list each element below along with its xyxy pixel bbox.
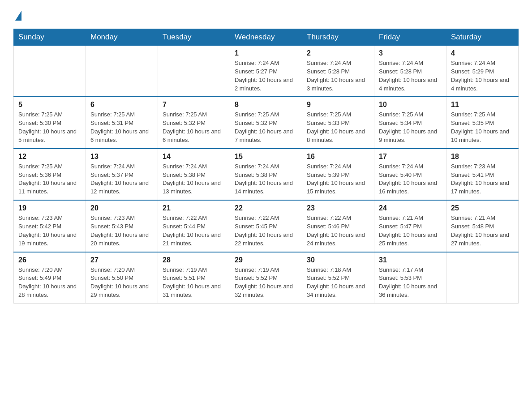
day-info: Sunrise: 7:24 AM Sunset: 5:38 PM Dayligh…	[163, 163, 225, 196]
day-number: 12	[18, 153, 81, 161]
day-info: Sunrise: 7:24 AM Sunset: 5:29 PM Dayligh…	[451, 59, 514, 93]
day-info: Sunrise: 7:22 AM Sunset: 5:44 PM Dayligh…	[163, 214, 225, 248]
calendar-cell: 28Sunrise: 7:19 AM Sunset: 5:51 PM Dayli…	[158, 252, 230, 304]
calendar-cell: 16Sunrise: 7:24 AM Sunset: 5:39 PM Dayli…	[302, 149, 374, 200]
day-number: 4	[451, 49, 514, 57]
calendar-week-row: 1Sunrise: 7:24 AM Sunset: 5:27 PM Daylig…	[14, 46, 519, 97]
day-number: 3	[379, 49, 442, 57]
calendar-cell: 7Sunrise: 7:25 AM Sunset: 5:32 PM Daylig…	[158, 97, 230, 148]
day-number: 27	[90, 256, 153, 264]
day-info: Sunrise: 7:24 AM Sunset: 5:27 PM Dayligh…	[235, 59, 297, 93]
day-info: Sunrise: 7:24 AM Sunset: 5:28 PM Dayligh…	[307, 59, 369, 93]
day-number: 30	[307, 256, 369, 264]
calendar-week-row: 26Sunrise: 7:20 AM Sunset: 5:49 PM Dayli…	[14, 252, 519, 304]
calendar-cell: 26Sunrise: 7:20 AM Sunset: 5:49 PM Dayli…	[14, 252, 86, 304]
day-number: 5	[18, 101, 81, 109]
day-info: Sunrise: 7:21 AM Sunset: 5:48 PM Dayligh…	[451, 214, 514, 248]
day-number: 13	[90, 153, 153, 161]
day-info: Sunrise: 7:24 AM Sunset: 5:28 PM Dayligh…	[379, 59, 442, 93]
day-info: Sunrise: 7:25 AM Sunset: 5:36 PM Dayligh…	[18, 163, 81, 196]
day-number: 16	[307, 153, 369, 161]
page-header	[13, 9, 519, 21]
day-info: Sunrise: 7:19 AM Sunset: 5:51 PM Dayligh…	[163, 266, 225, 300]
calendar-header-tuesday: Tuesday	[158, 29, 230, 46]
day-number: 2	[307, 49, 369, 57]
day-info: Sunrise: 7:25 AM Sunset: 5:33 PM Dayligh…	[307, 111, 369, 144]
calendar-header-wednesday: Wednesday	[230, 29, 302, 46]
calendar-cell: 4Sunrise: 7:24 AM Sunset: 5:29 PM Daylig…	[446, 46, 519, 97]
calendar-cell: 13Sunrise: 7:24 AM Sunset: 5:37 PM Dayli…	[86, 149, 158, 200]
calendar-week-row: 19Sunrise: 7:23 AM Sunset: 5:42 PM Dayli…	[14, 200, 519, 252]
day-info: Sunrise: 7:24 AM Sunset: 5:40 PM Dayligh…	[379, 163, 442, 196]
calendar-week-row: 5Sunrise: 7:25 AM Sunset: 5:30 PM Daylig…	[14, 97, 519, 148]
day-info: Sunrise: 7:22 AM Sunset: 5:45 PM Dayligh…	[235, 214, 297, 248]
day-info: Sunrise: 7:20 AM Sunset: 5:49 PM Dayligh…	[18, 266, 81, 300]
calendar-cell: 22Sunrise: 7:22 AM Sunset: 5:45 PM Dayli…	[230, 200, 302, 252]
calendar-cell	[14, 46, 86, 97]
calendar-header-saturday: Saturday	[446, 29, 519, 46]
calendar-table: SundayMondayTuesdayWednesdayThursdayFrid…	[13, 29, 519, 304]
day-number: 29	[235, 256, 297, 264]
calendar-cell: 10Sunrise: 7:25 AM Sunset: 5:34 PM Dayli…	[374, 97, 446, 148]
day-info: Sunrise: 7:23 AM Sunset: 5:41 PM Dayligh…	[451, 163, 514, 196]
day-number: 31	[379, 256, 442, 264]
calendar-week-row: 12Sunrise: 7:25 AM Sunset: 5:36 PM Dayli…	[14, 149, 519, 200]
day-number: 18	[451, 153, 514, 161]
day-number: 25	[451, 204, 514, 212]
day-number: 10	[379, 101, 442, 109]
calendar-cell: 8Sunrise: 7:25 AM Sunset: 5:32 PM Daylig…	[230, 97, 302, 148]
day-info: Sunrise: 7:25 AM Sunset: 5:35 PM Dayligh…	[451, 111, 514, 144]
calendar-cell	[158, 46, 230, 97]
calendar-cell: 29Sunrise: 7:19 AM Sunset: 5:52 PM Dayli…	[230, 252, 302, 304]
day-number: 28	[163, 256, 225, 264]
calendar-cell: 25Sunrise: 7:21 AM Sunset: 5:48 PM Dayli…	[446, 200, 519, 252]
calendar-cell: 11Sunrise: 7:25 AM Sunset: 5:35 PM Dayli…	[446, 97, 519, 148]
day-info: Sunrise: 7:18 AM Sunset: 5:52 PM Dayligh…	[307, 266, 369, 300]
calendar-cell: 2Sunrise: 7:24 AM Sunset: 5:28 PM Daylig…	[302, 46, 374, 97]
day-number: 19	[18, 204, 81, 212]
calendar-cell: 17Sunrise: 7:24 AM Sunset: 5:40 PM Dayli…	[374, 149, 446, 200]
calendar-cell: 27Sunrise: 7:20 AM Sunset: 5:50 PM Dayli…	[86, 252, 158, 304]
calendar-header-thursday: Thursday	[302, 29, 374, 46]
day-info: Sunrise: 7:25 AM Sunset: 5:32 PM Dayligh…	[163, 111, 225, 144]
day-info: Sunrise: 7:17 AM Sunset: 5:53 PM Dayligh…	[379, 266, 442, 300]
day-info: Sunrise: 7:25 AM Sunset: 5:30 PM Dayligh…	[18, 111, 81, 144]
day-info: Sunrise: 7:24 AM Sunset: 5:39 PM Dayligh…	[307, 163, 369, 196]
calendar-cell: 18Sunrise: 7:23 AM Sunset: 5:41 PM Dayli…	[446, 149, 519, 200]
calendar-cell: 12Sunrise: 7:25 AM Sunset: 5:36 PM Dayli…	[14, 149, 86, 200]
day-number: 7	[163, 101, 225, 109]
day-info: Sunrise: 7:25 AM Sunset: 5:34 PM Dayligh…	[379, 111, 442, 144]
calendar-cell: 31Sunrise: 7:17 AM Sunset: 5:53 PM Dayli…	[374, 252, 446, 304]
day-number: 22	[235, 204, 297, 212]
logo	[13, 9, 21, 21]
day-info: Sunrise: 7:19 AM Sunset: 5:52 PM Dayligh…	[235, 266, 297, 300]
day-number: 6	[90, 101, 153, 109]
day-number: 11	[451, 101, 514, 109]
day-info: Sunrise: 7:25 AM Sunset: 5:32 PM Dayligh…	[235, 111, 297, 144]
calendar-cell: 23Sunrise: 7:22 AM Sunset: 5:46 PM Dayli…	[302, 200, 374, 252]
day-number: 1	[235, 49, 297, 57]
calendar-cell: 20Sunrise: 7:23 AM Sunset: 5:43 PM Dayli…	[86, 200, 158, 252]
day-info: Sunrise: 7:24 AM Sunset: 5:38 PM Dayligh…	[235, 163, 297, 196]
calendar-cell: 3Sunrise: 7:24 AM Sunset: 5:28 PM Daylig…	[374, 46, 446, 97]
calendar-header-sunday: Sunday	[14, 29, 86, 46]
calendar-cell: 9Sunrise: 7:25 AM Sunset: 5:33 PM Daylig…	[302, 97, 374, 148]
calendar-cell: 24Sunrise: 7:21 AM Sunset: 5:47 PM Dayli…	[374, 200, 446, 252]
day-number: 23	[307, 204, 369, 212]
calendar-cell: 1Sunrise: 7:24 AM Sunset: 5:27 PM Daylig…	[230, 46, 302, 97]
calendar-header-row: SundayMondayTuesdayWednesdayThursdayFrid…	[14, 29, 519, 46]
day-number: 15	[235, 153, 297, 161]
logo-triangle-icon	[15, 11, 21, 21]
day-info: Sunrise: 7:23 AM Sunset: 5:43 PM Dayligh…	[90, 214, 153, 248]
day-number: 26	[18, 256, 81, 264]
calendar-cell	[446, 252, 519, 304]
day-info: Sunrise: 7:22 AM Sunset: 5:46 PM Dayligh…	[307, 214, 369, 248]
day-info: Sunrise: 7:20 AM Sunset: 5:50 PM Dayligh…	[90, 266, 153, 300]
day-info: Sunrise: 7:24 AM Sunset: 5:37 PM Dayligh…	[90, 163, 153, 196]
calendar-cell: 15Sunrise: 7:24 AM Sunset: 5:38 PM Dayli…	[230, 149, 302, 200]
day-number: 24	[379, 204, 442, 212]
day-number: 9	[307, 101, 369, 109]
day-number: 21	[163, 204, 225, 212]
calendar-cell: 21Sunrise: 7:22 AM Sunset: 5:44 PM Dayli…	[158, 200, 230, 252]
day-number: 20	[90, 204, 153, 212]
